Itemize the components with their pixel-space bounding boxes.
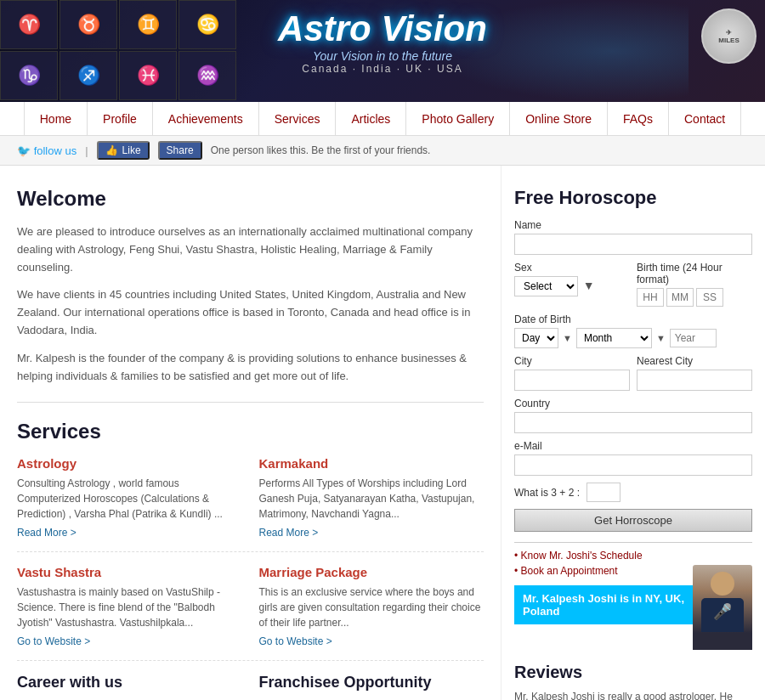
service-karmakand-link[interactable]: Read More >: [259, 527, 319, 539]
service-franchisee: Franchisee Opportunity Our business is s…: [259, 674, 484, 700]
schedule-link[interactable]: Know Mr. Joshi's Schedule: [514, 550, 752, 562]
service-karmakand: Karmakand Performs All Types of Worships…: [259, 456, 484, 539]
country-input[interactable]: [514, 412, 752, 433]
birth-time-label: Birth time (24 Hour format): [637, 262, 752, 285]
city-label: City: [514, 355, 630, 367]
services-title: Services: [17, 420, 484, 443]
zodiac-gemini: ♊: [119, 0, 177, 49]
main-nav: Home Profile Achievements Services Artic…: [0, 102, 765, 136]
welcome-para2: We have clients in 45 countries includin…: [17, 286, 484, 339]
joshi-head: [711, 572, 734, 596]
city-row: City Nearest City: [514, 355, 752, 391]
month-arrow: ▼: [656, 333, 666, 343]
franchisee-title: Franchisee Opportunity: [259, 674, 484, 692]
country-group: Country: [514, 398, 752, 433]
nav-articles[interactable]: Articles: [336, 102, 406, 135]
service-astrology: Astrology Consulting Astrology , world f…: [17, 456, 242, 539]
right-column: Free Horoscope Name Sex Select Male Fema…: [502, 166, 765, 700]
fb-like-button[interactable]: 👍 Like: [97, 141, 150, 160]
social-bar: 🐦 follow us | 👍 Like Share One person li…: [0, 136, 765, 166]
zodiac-cancer: ♋: [178, 0, 236, 49]
nearest-city-input[interactable]: [637, 370, 752, 391]
nav-achievements[interactable]: Achievements: [153, 102, 259, 135]
service-marriage-link[interactable]: Go to Website >: [259, 635, 332, 647]
section-divider-1: [17, 402, 484, 403]
site-tagline: Your Vision in to the future: [278, 49, 487, 63]
dob-year-input[interactable]: [670, 329, 717, 347]
birth-hour-input[interactable]: [637, 288, 664, 307]
captcha-label: What is 3 + 2 :: [514, 487, 580, 499]
nav-home[interactable]: Home: [24, 102, 88, 135]
follow-us-text: 🐦 follow us: [17, 144, 76, 157]
nearest-city-group: Nearest City: [637, 355, 752, 391]
sex-label: Sex: [514, 262, 630, 274]
sex-group: Sex Select Male Female ▼: [514, 262, 630, 296]
service-divider-2: [17, 660, 484, 661]
zodiac-virgo: ♐: [60, 51, 117, 100]
nav-services[interactable]: Services: [259, 102, 337, 135]
service-marriage-title: Marriage Package: [259, 565, 484, 579]
sex-dropdown-arrow: ▼: [583, 279, 595, 292]
form-divider: [514, 542, 752, 543]
name-field-group: Name: [514, 219, 752, 255]
horoscope-title: Free Horoscope: [514, 187, 752, 209]
service-vastu: Vastu Shastra Vastushastra is mainly bas…: [17, 565, 242, 647]
nav-photo-gallery[interactable]: Photo Gallery: [406, 102, 510, 135]
city-group: City: [514, 355, 630, 391]
left-column: Welcome We are pleased to introduce ours…: [0, 166, 502, 700]
service-astrology-link[interactable]: Read More >: [17, 527, 76, 539]
dob-month-select[interactable]: Month JanuaryFebruaryMarch AprilMayJune …: [576, 328, 652, 348]
sex-birthtime-row: Sex Select Male Female ▼ Birth time (24 …: [514, 262, 752, 307]
captcha-input[interactable]: [586, 483, 620, 502]
zodiac-leo: ♑: [0, 51, 58, 100]
reviews-text: Mr. Kalpesh Joshi is really a good astro…: [514, 689, 752, 700]
service-astrology-desc: Consulting Astrology , world famous Comp…: [17, 476, 242, 522]
header: ♈ ♉ ♊ ♋ ♑ ♐ ♓ ♒ Astro Vision Your Vision…: [0, 0, 765, 102]
birth-min-input[interactable]: [666, 288, 694, 307]
birth-sec-input[interactable]: [696, 288, 723, 307]
career-title: Career with us: [17, 674, 242, 692]
main-content: Welcome We are pleased to introduce ours…: [0, 166, 765, 700]
service-vastu-link[interactable]: Go to Website >: [17, 635, 90, 647]
country-label: Country: [514, 398, 752, 409]
dob-day-select[interactable]: Day: [514, 328, 558, 348]
nav-profile[interactable]: Profile: [88, 102, 153, 135]
nav-faqs[interactable]: FAQs: [608, 102, 669, 135]
zodiac-libra: ♓: [119, 51, 177, 100]
service-vastu-desc: Vastushastra is mainly based on VastuShi…: [17, 584, 242, 630]
name-label: Name: [514, 219, 752, 231]
nav-contact[interactable]: Contact: [669, 102, 741, 135]
service-karmakand-title: Karmakand: [259, 456, 484, 471]
services-grid: Astrology Consulting Astrology , world f…: [17, 456, 484, 539]
site-title-block: Astro Vision Your Vision in to the futur…: [278, 8, 487, 75]
get-horoscope-button[interactable]: Get Horroscope: [514, 509, 752, 532]
zodiac-taurus: ♉: [60, 0, 117, 49]
joshi-section: Mr. Kalpesh Joshi is in NY, UK, Poland 🎤: [514, 585, 752, 624]
name-input[interactable]: [514, 234, 752, 255]
zodiac-scorpio: ♒: [178, 51, 236, 100]
dob-inputs: Day ▼ Month JanuaryFebruaryMarch AprilMa…: [514, 328, 752, 348]
email-input[interactable]: [514, 454, 752, 476]
zodiac-grid: ♈ ♉ ♊ ♋ ♑ ♐ ♓ ♒: [0, 0, 236, 100]
sex-select[interactable]: Select Male Female: [514, 276, 578, 296]
city-input[interactable]: [514, 370, 630, 391]
service-astrology-title: Astrology: [17, 456, 242, 471]
fb-like-text: One person likes this. Be the first of y…: [211, 144, 431, 156]
email-group: e-Mail: [514, 440, 752, 476]
service-divider-1: [17, 551, 484, 552]
welcome-para1: We are pleased to introduce ourselves as…: [17, 223, 484, 276]
site-title: Astro Vision: [278, 8, 487, 49]
fb-share-button[interactable]: Share: [158, 141, 202, 160]
birth-time-group: Birth time (24 Hour format): [637, 262, 752, 307]
day-arrow: ▼: [563, 333, 572, 343]
zodiac-aries: ♈: [0, 0, 58, 49]
bottom-services: Career with us Please mail us your resum…: [17, 674, 484, 700]
nav-online-store[interactable]: Online Store: [510, 102, 608, 135]
service-vastu-title: Vastu Shastra: [17, 565, 242, 579]
award-badge: ✈MILES: [701, 8, 756, 64]
service-karmakand-desc: Performs All Types of Worships including…: [259, 476, 484, 522]
service-career: Career with us Please mail us your resum…: [17, 674, 242, 700]
birth-time-inputs: [637, 288, 752, 307]
service-marriage-desc: This is an exclusive service where the b…: [259, 584, 484, 630]
nearest-city-label: Nearest City: [637, 355, 752, 367]
